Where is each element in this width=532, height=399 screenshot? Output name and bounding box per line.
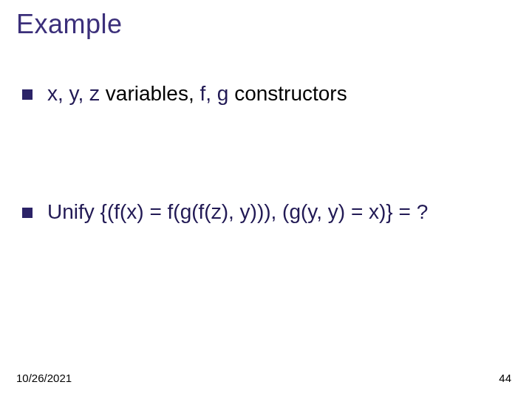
bullet-item: x, y, z variables, f, g constructors (22, 81, 347, 106)
bullet-item: Unify {(f(x) = f(g(f(z), y))), (g(y, y) … (22, 200, 428, 225)
slide-title: Example (16, 9, 123, 40)
footer-page-number: 44 (499, 372, 511, 384)
plain-span: constructors (228, 82, 347, 105)
constructors-span: f, g (200, 82, 228, 105)
variables-span: x, y, z (47, 82, 100, 105)
square-bullet-icon (22, 89, 33, 100)
bullet-text: x, y, z variables, f, g constructors (47, 81, 347, 106)
slide: Example x, y, z variables, f, g construc… (0, 0, 532, 399)
footer-date: 10/26/2021 (16, 372, 72, 384)
square-bullet-icon (22, 208, 33, 218)
plain-span: variables, (100, 82, 200, 105)
bullet-text: Unify {(f(x) = f(g(f(z), y))), (g(y, y) … (47, 200, 428, 225)
